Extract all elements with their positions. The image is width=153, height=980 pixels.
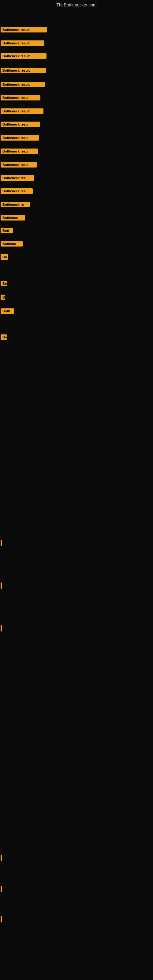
site-title: TheBottlenecker.com <box>0 0 153 10</box>
bottleneck-result-button[interactable]: Bottleneck resu <box>1 148 38 154</box>
bottleneck-result-button[interactable]: Bottleneck res <box>1 188 33 194</box>
bottleneck-result-button[interactable]: Bottleneck result <box>1 108 43 114</box>
bottleneck-result-button[interactable]: Bottleneck result <box>1 82 45 87</box>
bottleneck-result-button[interactable]: Bottleneck resu <box>1 95 40 100</box>
bottleneck-result-button[interactable]: Bottlenec <box>1 215 25 221</box>
bottleneck-result-button[interactable]: Bottleneck re <box>1 202 30 207</box>
bottleneck-result-button[interactable]: Bo <box>1 334 7 340</box>
bottleneck-result-button[interactable]: Bottleneck result <box>1 68 46 73</box>
bottleneck-marker <box>1 855 2 861</box>
bottleneck-result-button[interactable]: Bottl <box>1 309 14 314</box>
bottleneck-marker <box>1 625 2 632</box>
bottleneck-result-button[interactable]: Bottleneck resu <box>1 135 39 140</box>
bottleneck-result-button[interactable]: Bottleneck res <box>1 175 34 181</box>
bottleneck-marker <box>1 886 2 892</box>
bottleneck-result-button[interactable]: Bottleneck result <box>1 27 47 32</box>
bottleneck-result-button[interactable]: Bo <box>1 281 7 286</box>
bottleneck-result-button[interactable]: Bottleneck result <box>1 40 45 46</box>
bottleneck-result-button[interactable]: B <box>1 294 5 300</box>
bottleneck-marker <box>1 582 2 589</box>
bottleneck-result-button[interactable]: Bottlene <box>1 241 22 247</box>
bottleneck-result-button[interactable]: Bo <box>1 254 8 260</box>
bottleneck-marker <box>1 916 2 923</box>
bottleneck-result-button[interactable]: Bott <box>1 228 13 233</box>
bottleneck-marker <box>1 539 2 546</box>
bottleneck-result-button[interactable]: Bottleneck resu <box>1 162 37 167</box>
bottleneck-result-button[interactable]: Bottleneck result <box>1 53 46 59</box>
bottleneck-result-button[interactable]: Bottleneck resu <box>1 122 40 127</box>
